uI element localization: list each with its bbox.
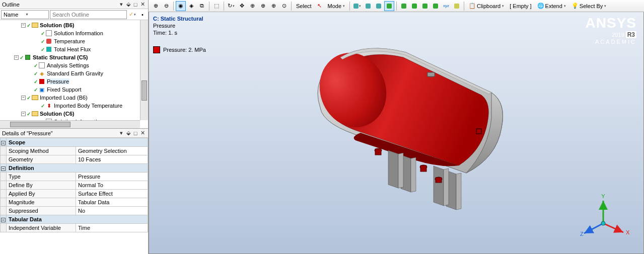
pin-icon[interactable]: ⬙ [125, 1, 132, 8]
tree-expander[interactable]: − [21, 112, 26, 116]
brand-ansys: ANSYS [586, 16, 636, 30]
isometric-icon[interactable]: ⬚ [211, 1, 222, 11]
tree-horizontal-scrollbar[interactable] [0, 120, 140, 128]
details-value[interactable]: Geometry Selection [76, 147, 148, 155]
tree-node-label: Analysis Settings [46, 62, 90, 68]
details-row[interactable]: SuppressedNo [1, 207, 148, 215]
mode-dropdown[interactable]: Mode▾ [325, 1, 348, 11]
clipboard-empty[interactable]: [ Empty ] [507, 1, 534, 11]
tree-expander[interactable]: − [21, 23, 26, 28]
tree-item[interactable]: ✓▣Fixed Support [0, 86, 148, 94]
chevron-down-icon: ▼ [25, 13, 46, 16]
tree-item[interactable]: ✓Solution Information [0, 29, 148, 37]
details-row[interactable]: Independent VariableTime [1, 224, 148, 232]
dropdown-icon[interactable]: ▾ [118, 130, 125, 137]
details-value[interactable]: Pressure [76, 173, 148, 181]
details-value[interactable]: 10 Faces [76, 155, 148, 164]
zoom-out-icon[interactable]: ⊖ [161, 1, 171, 11]
tree-item[interactable]: ✓Temperature [0, 37, 148, 45]
sel-body-icon[interactable] [384, 1, 394, 11]
zoom-in-icon[interactable]: ⊕ [151, 1, 161, 11]
svg-rect-6 [420, 165, 426, 172]
select-cursor-icon[interactable]: ↖ [315, 1, 325, 11]
look-at-icon[interactable]: ⊙ [279, 1, 289, 11]
maximize-icon[interactable]: □ [132, 1, 139, 8]
outline-tree[interactable]: −✓Solution (B6)✓Solution Information✓Tem… [0, 20, 148, 128]
sel-node-icon[interactable] [399, 1, 409, 11]
legend-label: Pressure: 2. MPa [163, 47, 206, 53]
tree-item[interactable]: ✓◈Standard Earth Gravity [0, 69, 148, 77]
tree-node-icon [45, 38, 52, 45]
details-value[interactable]: Normal To [76, 181, 148, 190]
maximize-icon[interactable]: □ [132, 130, 139, 137]
sel-coord-icon[interactable] [431, 1, 441, 11]
selectby-dropdown[interactable]: 💡 Select By▾ [569, 1, 609, 11]
wireframe-icon[interactable]: ◈ [186, 1, 196, 11]
tree-item[interactable]: ✓Total Heat Flux [0, 45, 148, 53]
graphics-viewport[interactable]: C: Static Structural Pressure Time: 1. s… [149, 12, 644, 254]
tree-item[interactable]: ✓Analysis Settings [0, 61, 148, 69]
details-row[interactable]: Scoping MethodGeometry Selection [1, 147, 148, 155]
pin-icon[interactable]: ⬙ [125, 130, 132, 137]
zoom-fit-icon[interactable]: ⊕ [258, 1, 268, 11]
tree-expander[interactable]: − [21, 96, 26, 100]
filter-clear-button[interactable]: ✓▾ [128, 10, 137, 19]
tree-item[interactable]: −✓Imported Load (B6) [0, 94, 148, 102]
sel-elemface-icon[interactable] [409, 1, 419, 11]
orientation-triad[interactable]: Y X Z [578, 193, 628, 243]
check-icon: ✓ [41, 39, 45, 44]
tree-item[interactable]: −✓Solution (B6) [0, 21, 148, 29]
details-row[interactable]: Geometry10 Faces [1, 155, 148, 164]
close-icon[interactable]: ✕ [139, 130, 146, 137]
tree-item[interactable]: ✓⬍Imported Body Temperature [0, 102, 148, 110]
details-row[interactable]: Applied BySurface Effect [1, 190, 148, 198]
svg-line-11 [603, 223, 623, 232]
close-icon[interactable]: ✕ [139, 1, 146, 8]
tree-node-icon [31, 110, 38, 117]
details-row[interactable]: Define ByNormal To [1, 181, 148, 190]
tree-node-label: Solution (C6) [39, 111, 75, 117]
pan-icon[interactable]: ✥ [237, 1, 247, 11]
check-icon: ✓ [27, 23, 31, 28]
clipboard-dropdown[interactable]: 📋 Clipboard▾ [466, 1, 507, 11]
sel-xyz-icon[interactable]: xyz [441, 1, 451, 11]
svg-rect-2 [427, 72, 435, 76]
search-outline-input[interactable] [50, 10, 127, 19]
sel-elem-icon[interactable] [420, 1, 430, 11]
details-value[interactable]: No [76, 207, 148, 215]
ruler-icon[interactable]: ⧉ [197, 1, 207, 11]
details-row[interactable]: MagnitudeTabular Data [1, 198, 148, 207]
sel-vertex-icon[interactable]: ▾ [352, 1, 363, 11]
tree-item[interactable]: ✓Pressure [0, 77, 148, 86]
dropdown-icon[interactable]: ▾ [118, 1, 125, 8]
sel-misc-icon[interactable] [452, 1, 462, 11]
details-grid[interactable]: −ScopeScoping MethodGeometry SelectionGe… [0, 138, 148, 232]
details-group-header[interactable]: −Scope [1, 138, 148, 147]
zoom-box-icon[interactable]: ⊕ [247, 1, 257, 11]
extend-dropdown[interactable]: 🌐 Extend▾ [535, 1, 568, 11]
details-group-header[interactable]: −Definition [1, 164, 148, 173]
check-icon: ✓ [27, 111, 31, 117]
tree-node-label: Temperature [53, 38, 86, 44]
check-icon: ✓ [41, 31, 45, 36]
check-icon: ✓ [34, 71, 38, 76]
tree-item[interactable]: −✓Static Structural (C5) [0, 53, 148, 61]
sel-edge-icon[interactable] [363, 1, 373, 11]
tree-node-label: Total Heat Flux [53, 46, 91, 52]
details-value[interactable]: Surface Effect [76, 190, 148, 198]
tree-item[interactable]: −✓Solution (C6) [0, 110, 148, 118]
details-value[interactable]: Time [76, 224, 148, 232]
rotate-icon[interactable]: ↻▾ [226, 1, 236, 11]
tree-expander[interactable]: − [14, 55, 19, 60]
sel-face-icon[interactable] [374, 1, 384, 11]
details-key: Type [7, 173, 76, 181]
details-row[interactable]: TypePressure [1, 173, 148, 181]
filter-more-button[interactable]: • [138, 10, 147, 19]
shade-mode-icon[interactable]: ◉ [176, 1, 186, 11]
tree-vertical-scrollbar[interactable] [140, 20, 148, 120]
svg-rect-4 [375, 149, 381, 155]
zoom-icon[interactable]: ⊕ [268, 1, 278, 11]
filter-name-combo[interactable]: Name ▼ [1, 10, 49, 19]
details-value[interactable]: Tabular Data [76, 198, 148, 207]
details-group-header[interactable]: −Tabular Data [1, 215, 148, 224]
